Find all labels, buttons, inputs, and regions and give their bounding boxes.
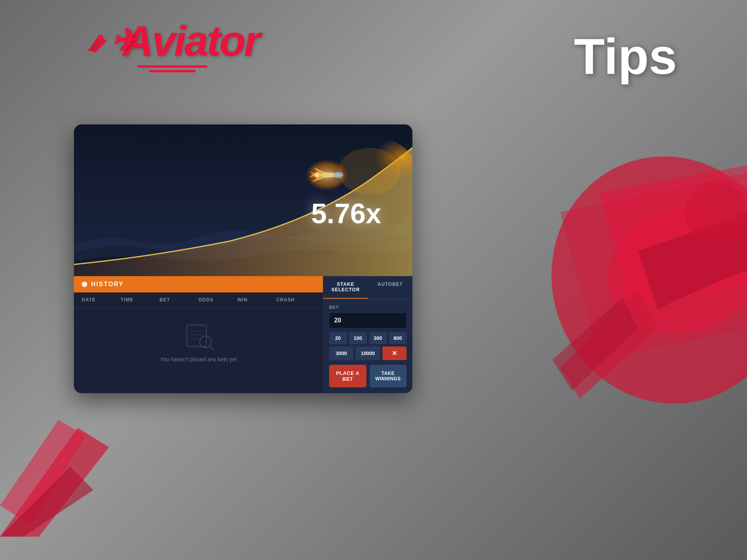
amount-btn-3000[interactable]: 3000 — [329, 346, 353, 360]
history-title: HISTORY — [91, 281, 124, 288]
svg-point-8 — [334, 172, 343, 178]
quick-amounts-row2: 3000 10000 ✕ — [329, 346, 407, 360]
empty-state-icon — [183, 319, 214, 350]
history-section: HISTORY DATE TIME BET ODDS WIN CRASH — [74, 276, 323, 393]
action-buttons: PLACE A BET TAKE WINNINGS — [329, 365, 407, 387]
svg-point-3 — [704, 185, 743, 224]
amount-btn-800[interactable]: 800 — [389, 332, 407, 344]
logo-underline2 — [149, 70, 196, 72]
multiplier-display: 5.76x — [311, 198, 381, 229]
amount-btn-300[interactable]: 300 — [369, 332, 387, 344]
take-winnings-button[interactable]: TAKE WINNINGS — [370, 365, 407, 387]
col-time: TIME — [121, 297, 160, 303]
airplane-icon — [303, 156, 350, 191]
logo-underline — [137, 65, 207, 68]
bottom-panel: HISTORY DATE TIME BET ODDS WIN CRASH — [74, 276, 412, 393]
place-bet-button[interactable]: PLACE A BET — [329, 365, 366, 387]
history-header: HISTORY — [74, 276, 323, 292]
bet-label: Bet — [329, 305, 407, 310]
col-odds: ODDS — [198, 297, 237, 303]
col-win: WIN — [237, 297, 276, 303]
logo-text: Aviator — [123, 19, 259, 62]
header: Aviator Tips — [0, 19, 747, 86]
empty-state-text: You haven't placed any bets yet — [160, 356, 237, 362]
history-empty-state: You haven't placed any bets yet — [74, 308, 323, 374]
col-bet: BET — [160, 297, 198, 303]
amount-btn-100[interactable]: 100 — [349, 332, 366, 344]
decorative-right — [521, 134, 747, 426]
bet-controls: Bet 20 100 300 800 3000 10000 ✕ PLACE A … — [323, 299, 412, 393]
svg-point-10 — [315, 173, 319, 177]
col-crash: CRASH — [276, 297, 315, 303]
tips-text: Tips — [574, 27, 677, 86]
col-date: DATE — [82, 297, 121, 303]
amount-btn-10000[interactable]: 10000 — [356, 346, 380, 360]
svg-line-16 — [209, 346, 213, 350]
history-dot — [82, 282, 87, 287]
clear-button[interactable]: ✕ — [382, 346, 407, 360]
amount-btn-20[interactable]: 20 — [329, 332, 347, 344]
tab-stake-selector[interactable]: STAKE SELECTOR — [323, 276, 368, 299]
tab-autobet[interactable]: AUTOBET — [368, 276, 413, 299]
game-container: 5.76x HISTORY DATE TIME BET ODDS WIN CRA… — [74, 124, 412, 393]
logo-container: Aviator — [86, 19, 259, 72]
decorative-left — [0, 389, 109, 537]
game-canvas: 5.76x — [74, 124, 412, 276]
svg-point-4 — [97, 35, 103, 41]
bet-input[interactable] — [329, 313, 407, 328]
bet-section: STAKE SELECTOR AUTOBET Bet 20 100 300 80… — [323, 276, 412, 393]
bet-tabs: STAKE SELECTOR AUTOBET — [323, 276, 412, 299]
quick-amounts-row1: 20 100 300 800 — [329, 332, 407, 344]
history-table-header: DATE TIME BET ODDS WIN CRASH — [74, 292, 323, 308]
